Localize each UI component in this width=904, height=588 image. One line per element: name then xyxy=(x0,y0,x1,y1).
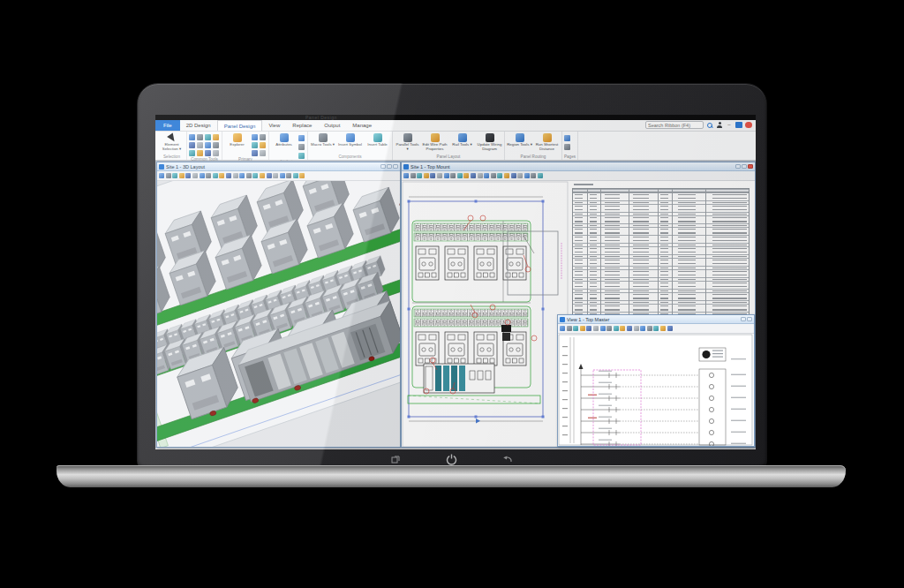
page-settings-icon[interactable] xyxy=(564,135,570,141)
explorer-button[interactable]: Explorer xyxy=(224,132,250,147)
offset-icon[interactable] xyxy=(205,142,211,148)
previous-view-icon[interactable] xyxy=(567,326,572,331)
tab-replace[interactable]: Replace xyxy=(286,120,318,131)
view-menu-icon[interactable] xyxy=(159,173,164,178)
minimize-icon[interactable] xyxy=(380,164,386,170)
fillet-icon[interactable] xyxy=(189,150,195,156)
layers-icon[interactable] xyxy=(634,326,639,331)
pan-icon[interactable] xyxy=(614,326,619,331)
erase-icon[interactable] xyxy=(197,150,203,156)
select-icon[interactable] xyxy=(580,326,585,331)
copy-icon[interactable] xyxy=(252,173,258,178)
insert-table-button[interactable]: Insert Table xyxy=(365,132,390,147)
redraw-icon[interactable] xyxy=(620,326,625,331)
macro-tools-button[interactable]: Macro Tools ▾ xyxy=(310,132,335,147)
paste-icon[interactable] xyxy=(491,173,496,178)
trim-icon[interactable] xyxy=(189,142,195,148)
window-schematic-titlebar[interactable]: View 1 - Top Master xyxy=(558,315,754,324)
grid-icon[interactable] xyxy=(647,326,652,331)
attribute-list-icon[interactable] xyxy=(298,135,305,141)
tab-panel-design[interactable]: Panel Design xyxy=(217,120,263,131)
measure-icon[interactable] xyxy=(233,173,238,178)
search-input[interactable] xyxy=(645,121,704,129)
match-properties-icon[interactable] xyxy=(213,150,219,156)
snap-icon[interactable] xyxy=(653,326,659,331)
zoom-out-icon[interactable] xyxy=(206,173,211,178)
layers-icon[interactable] xyxy=(239,173,245,178)
leader-icon[interactable] xyxy=(252,150,258,156)
array-icon[interactable] xyxy=(213,142,219,148)
next-view-icon[interactable] xyxy=(417,173,422,178)
search-icon[interactable] xyxy=(706,122,713,129)
properties-icon[interactable] xyxy=(260,173,265,178)
close-icon[interactable] xyxy=(747,317,752,322)
redraw-icon[interactable] xyxy=(463,173,469,178)
next-view-icon[interactable] xyxy=(172,173,177,178)
update-wiring-diagram-button[interactable]: Update Wiring Diagram xyxy=(477,132,502,152)
settings-icon[interactable] xyxy=(299,173,305,178)
attribute-edit-icon[interactable] xyxy=(298,144,305,150)
grid-icon[interactable] xyxy=(504,173,509,178)
parallel-tools-button[interactable]: Parallel Tools ▾ xyxy=(395,132,420,152)
power-icon[interactable] xyxy=(446,454,457,465)
maximize-button[interactable] xyxy=(735,122,742,128)
settings-icon[interactable] xyxy=(667,326,673,331)
edit-wire-path-button[interactable]: Edit Wire Path Properties xyxy=(422,132,448,152)
annotate-icon[interactable] xyxy=(286,173,291,178)
layers-icon[interactable] xyxy=(478,173,483,178)
snap-icon[interactable] xyxy=(511,173,516,178)
rail-tools-button[interactable]: Rail Tools ▾ xyxy=(449,132,475,147)
run-shortest-distance-button[interactable]: Run Shortest Distance xyxy=(534,132,560,152)
home-view-icon[interactable] xyxy=(179,173,185,178)
zoom-window-icon[interactable] xyxy=(430,173,435,178)
window-layout-titlebar[interactable]: Site 1 - Top Mount xyxy=(402,162,755,171)
snap-icon[interactable] xyxy=(280,173,285,178)
refresh-icon[interactable] xyxy=(531,173,536,178)
dimension-icon[interactable] xyxy=(524,173,530,178)
pan-icon[interactable] xyxy=(219,173,224,178)
zoom-window-icon[interactable] xyxy=(192,173,198,178)
print-icon[interactable] xyxy=(267,173,272,178)
copy-icon[interactable] xyxy=(189,134,195,140)
zoom-in-icon[interactable] xyxy=(437,173,442,178)
back-icon[interactable] xyxy=(502,455,513,464)
zoom-fit-icon[interactable] xyxy=(450,173,456,178)
rotate-icon[interactable] xyxy=(205,134,211,140)
close-icon[interactable] xyxy=(393,164,398,170)
regen-icon[interactable] xyxy=(246,173,252,178)
tab-2d-design[interactable]: 2D Design xyxy=(180,120,217,131)
element-selection-button[interactable]: Element Selection ▾ xyxy=(159,132,185,152)
maximize-icon[interactable] xyxy=(387,164,392,170)
text-icon[interactable] xyxy=(260,142,266,148)
tab-manage[interactable]: Manage xyxy=(346,120,378,131)
schematic-canvas[interactable] xyxy=(558,334,754,446)
zoom-in-icon[interactable] xyxy=(200,173,205,178)
app-switch-icon[interactable] xyxy=(391,455,401,464)
insert-block-icon[interactable] xyxy=(260,134,266,140)
maximize-icon[interactable] xyxy=(741,317,746,322)
close-button[interactable] xyxy=(745,122,752,128)
attribute-sync-icon[interactable] xyxy=(298,153,305,159)
move-icon[interactable] xyxy=(197,134,203,140)
minimize-button[interactable]: – xyxy=(726,122,733,128)
select-icon[interactable] xyxy=(185,173,191,178)
mirror-icon[interactable] xyxy=(213,134,219,140)
extend-icon[interactable] xyxy=(197,142,203,148)
settings-icon[interactable] xyxy=(538,173,543,178)
minimize-icon[interactable] xyxy=(735,164,741,170)
zoom-out-icon[interactable] xyxy=(600,326,606,331)
refresh-icon[interactable] xyxy=(660,326,666,331)
attributes-button[interactable]: Attributes xyxy=(271,132,297,147)
insert-image-icon[interactable] xyxy=(252,134,258,140)
measure-icon[interactable] xyxy=(205,150,211,156)
user-icon[interactable] xyxy=(716,122,723,129)
view-menu-icon[interactable] xyxy=(560,326,565,331)
measure-icon[interactable] xyxy=(627,326,632,331)
close-icon[interactable] xyxy=(748,164,753,170)
properties-icon[interactable] xyxy=(640,326,645,331)
tab-view[interactable]: View xyxy=(262,120,286,131)
select-icon[interactable] xyxy=(424,173,429,178)
maximize-icon[interactable] xyxy=(742,164,747,170)
zoom-out-icon[interactable] xyxy=(444,173,449,178)
zoom-fit-icon[interactable] xyxy=(606,326,612,331)
